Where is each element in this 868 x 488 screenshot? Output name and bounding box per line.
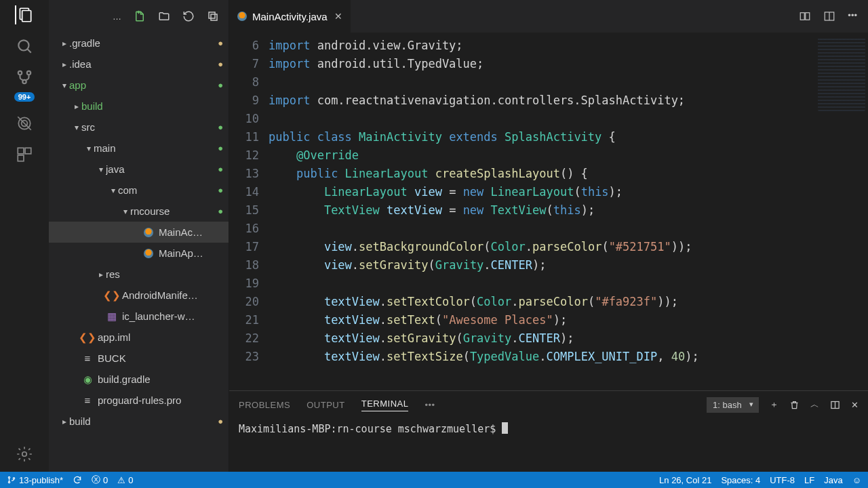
more-actions-icon[interactable]: ••• (848, 10, 857, 22)
tree-item[interactable]: ▾java● (49, 159, 229, 180)
explorer-icon[interactable] (15, 5, 34, 24)
language-mode[interactable]: Java (824, 475, 842, 485)
errors-count[interactable]: ⓧ 0 (92, 474, 108, 486)
close-tab-icon[interactable]: ✕ (334, 11, 342, 22)
compare-icon[interactable] (799, 10, 811, 22)
tree-item[interactable]: ▾app● (49, 75, 229, 96)
feedback-icon[interactable]: ☺ (852, 475, 861, 485)
editor-area: MainActivity.java ✕ ••• 6789101112131415… (229, 0, 868, 472)
tree-item[interactable]: ▾com● (49, 180, 229, 201)
kill-terminal-icon[interactable] (789, 400, 800, 410)
new-terminal-icon[interactable]: ＋ (770, 399, 778, 411)
tab-title: MainActivity.java (252, 11, 328, 22)
debug-icon[interactable] (15, 114, 34, 133)
tree-item[interactable]: ≡BUCK (49, 348, 229, 369)
tree-item[interactable]: ❮❯app.iml (49, 327, 229, 348)
svg-point-26 (13, 478, 14, 479)
terminal-prompt: Maximilians-MBP:rn-course mschwarzmuelle… (239, 423, 502, 435)
tab-mainactivity[interactable]: MainActivity.java ✕ (229, 0, 351, 33)
tree-item[interactable]: ▸res (49, 264, 229, 285)
source-control-icon[interactable] (15, 68, 34, 87)
svg-point-25 (8, 481, 9, 483)
svg-rect-19 (806, 13, 810, 20)
svg-line-9 (18, 117, 31, 130)
tab-output[interactable]: OUTPUT (307, 400, 344, 410)
java-file-icon (237, 12, 247, 21)
tree-item[interactable]: ≡proguard-rules.pro (49, 390, 229, 411)
activity-bar: 99+ (0, 0, 49, 472)
terminal-up-icon[interactable]: ︿ (810, 399, 819, 411)
tree-item[interactable]: ▸build (49, 96, 229, 117)
tree-item[interactable]: ❮❯AndroidManife… (49, 285, 229, 306)
code-content[interactable]: import android.view.Gravity;import andro… (269, 33, 868, 390)
split-editor-icon[interactable] (823, 10, 835, 22)
tab-problems[interactable]: PROBLEMS (239, 400, 290, 410)
tree-item[interactable]: ◉build.gradle (49, 369, 229, 390)
tree-item[interactable]: ▦ic_launcher-w… (49, 306, 229, 327)
settings-gear-icon[interactable] (15, 445, 34, 464)
svg-rect-11 (25, 148, 31, 154)
svg-rect-17 (211, 14, 217, 20)
more-icon[interactable]: … (113, 12, 121, 22)
extensions-icon[interactable] (15, 145, 34, 164)
refresh-icon[interactable] (182, 10, 195, 22)
tree-item[interactable]: ▾rncourse● (49, 201, 229, 222)
close-panel-icon[interactable]: ✕ (851, 400, 859, 410)
new-folder-icon[interactable] (158, 10, 170, 22)
new-file-icon[interactable] (134, 10, 146, 22)
warnings-count[interactable]: ⚠ 0 (117, 475, 133, 485)
svg-rect-18 (801, 13, 805, 20)
svg-rect-12 (18, 155, 24, 161)
terminal-select-wrap[interactable]: 1: bash (707, 397, 759, 413)
terminal-body[interactable]: Maximilians-MBP:rn-course mschwarzmuelle… (229, 418, 868, 472)
search-icon[interactable] (15, 37, 34, 56)
svg-point-24 (8, 476, 9, 478)
indentation[interactable]: Spaces: 4 (721, 475, 760, 485)
terminal-select[interactable]: 1: bash (707, 397, 759, 413)
svg-point-2 (18, 40, 28, 50)
explorer-toolbar: … (49, 0, 229, 33)
svg-rect-16 (209, 12, 215, 18)
tree-item[interactable]: ▸.gradle● (49, 33, 229, 54)
status-bar: 13-publish* ⓧ 0 ⚠ 0 Ln 26, Col 21 Spaces… (0, 472, 868, 488)
tree-item[interactable]: ▸.idea● (49, 54, 229, 75)
svg-point-6 (22, 80, 26, 83)
line-gutter: 67891011121314151617181920212223 (229, 33, 269, 390)
tab-more[interactable]: ••• (425, 400, 435, 410)
tree-item[interactable]: ▾src● (49, 117, 229, 138)
tree-item[interactable]: MainAc… (49, 222, 229, 243)
svg-point-13 (22, 452, 27, 457)
svg-point-5 (27, 71, 31, 75)
eol[interactable]: LF (804, 475, 814, 485)
encoding[interactable]: UTF-8 (770, 475, 795, 485)
svg-point-4 (18, 71, 22, 75)
tree-item[interactable]: ▸build● (49, 411, 229, 432)
tab-bar: MainActivity.java ✕ ••• (229, 0, 868, 33)
tree-item[interactable]: MainAp… (49, 243, 229, 264)
file-tree[interactable]: ▸.gradle●▸.idea●▾app●▸build▾src●▾main●▾j… (49, 33, 229, 472)
panel-tabs: PROBLEMS OUTPUT TERMINAL ••• 1: bash ＋ ︿… (229, 391, 868, 418)
git-branch[interactable]: 13-publish* (7, 475, 63, 485)
tree-item[interactable]: ▾main● (49, 138, 229, 159)
minimap[interactable] (818, 37, 865, 111)
terminal-cursor (502, 422, 508, 434)
tab-terminal[interactable]: TERMINAL (361, 399, 409, 411)
svg-rect-1 (22, 11, 31, 22)
bottom-panel: PROBLEMS OUTPUT TERMINAL ••• 1: bash ＋ ︿… (229, 390, 868, 472)
maximize-panel-icon[interactable] (830, 400, 840, 410)
svg-line-3 (27, 49, 31, 52)
collapse-all-icon[interactable] (207, 10, 219, 22)
tab-actions: ••• (788, 10, 868, 22)
svg-rect-10 (18, 148, 24, 154)
cursor-position[interactable]: Ln 26, Col 21 (659, 475, 711, 485)
explorer-sidebar: … ▸.gradle●▸.idea●▾app●▸build▾src●▾main●… (49, 0, 229, 472)
code-editor[interactable]: 67891011121314151617181920212223 import … (229, 33, 868, 390)
scm-badge: 99+ (14, 92, 35, 102)
sync-icon[interactable] (73, 475, 82, 485)
